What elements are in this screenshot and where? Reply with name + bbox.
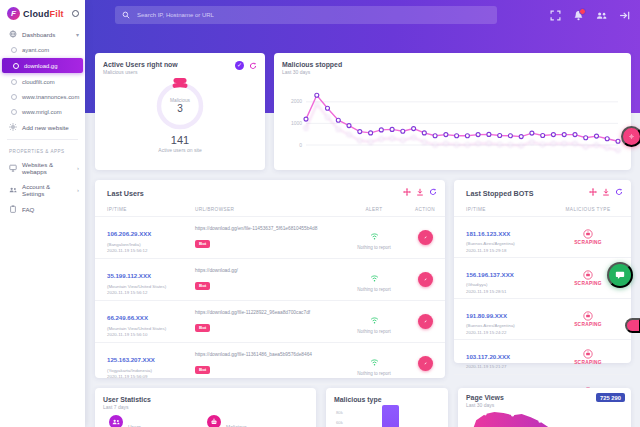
location: (Ghadiyya) [466, 282, 555, 287]
download-icon[interactable] [416, 188, 424, 196]
timestamp: 2020-11-19 15:21:27 [466, 364, 555, 369]
edit-action-button[interactable] [418, 272, 433, 287]
sidebar-toggle-icon[interactable] [72, 10, 79, 17]
url: https://download.gg/file-11361486_baea5b… [195, 352, 343, 357]
ip-link[interactable]: 191.80.99.XXX [466, 312, 507, 319]
last-bots-rows: 181.16.123.XXX(Buenos Aires/Argentina)20… [454, 216, 631, 415]
card-title: Malicious stopped [282, 61, 623, 68]
edit-action-button[interactable] [418, 314, 433, 329]
browser-badge: Bot [195, 282, 210, 290]
sidebar: F CloudFilt Dashboards ▾ ayant.comdownlo… [0, 0, 85, 427]
alert-text: Nothing to report [343, 371, 405, 376]
sidebar-item-label: FAQ [22, 206, 34, 213]
timestamp: 2020-11-19 15:29:18 [466, 248, 555, 253]
location: (Bangalore/India) [107, 242, 195, 247]
svg-text:0: 0 [299, 142, 302, 148]
malicious-stopped-card: Malicious stopped Last 30 days 010002000 [274, 53, 631, 170]
settings-tab-button[interactable] [625, 318, 640, 333]
refresh-icon[interactable] [615, 188, 623, 196]
chat-fab-button[interactable] [607, 262, 633, 288]
ip-link[interactable]: 181.16.123.XXX [466, 230, 510, 237]
malicious-type-card: Malicious type 80k 60k [326, 388, 448, 427]
ip-link[interactable]: 106.206.29.XXX [107, 230, 151, 237]
card-title: Malicious type [334, 396, 440, 403]
browser-badge: Bot [195, 324, 210, 332]
download-icon[interactable] [602, 188, 610, 196]
sidebar-item-label: Add new website [22, 124, 69, 131]
timestamp: 2020-11-19 15:56:12 [107, 290, 195, 295]
sidebar-item-websites-webapps[interactable]: Websites & webapps › [0, 157, 85, 179]
stat-users: Users99% [109, 415, 148, 427]
card-subtitle: Last 7 days [103, 404, 308, 410]
logout-icon[interactable] [619, 10, 630, 21]
donut-center-value: 3 [177, 103, 183, 114]
sidebar-item-label: Dashboards [22, 31, 55, 38]
globe-icon [9, 30, 17, 38]
ip-link[interactable]: 35.199.112.XXX [107, 272, 151, 279]
sidebar-item-ayant.com[interactable]: ayant.com [0, 42, 85, 57]
col-ip-time: IP/TIME [107, 207, 195, 212]
chevron-right-icon: › [77, 165, 79, 171]
sidebar-item-download.gg[interactable]: download.gg [2, 58, 83, 73]
malicious-stopped-plot: 010002000 [280, 79, 625, 163]
refresh-icon[interactable] [249, 62, 257, 70]
search-icon [122, 11, 130, 19]
fullscreen-icon[interactable] [550, 10, 561, 21]
sidebar-item-www.tnannonces.com[interactable]: www.tnannonces.com [0, 89, 85, 104]
table-row: 156.196.137.XXX(Ghadiyya)2020-11-19 15:2… [454, 257, 631, 298]
sidebar-item-www.mrigl.com[interactable]: www.mrigl.com [0, 104, 85, 119]
edit-action-button[interactable] [418, 230, 433, 245]
search-box[interactable] [115, 6, 497, 24]
malicious-type-label: SCRAPING [555, 240, 621, 245]
cloudfilt-logo-icon: F [7, 7, 20, 20]
sidebar-item-label: Websites & webapps [22, 161, 72, 175]
ip-link[interactable]: 66.249.66.XXX [107, 314, 148, 321]
bar-scraping[interactable] [382, 405, 399, 427]
table-row: 66.249.66.XXX(Mountain View/United State… [95, 300, 445, 342]
edit-action-button[interactable] [418, 356, 433, 371]
ip-link[interactable]: 125.163.207.XXX [107, 356, 155, 363]
move-icon[interactable] [403, 188, 411, 196]
table-row: 191.80.99.XXX(Buenos Aires/Argentina)202… [454, 298, 631, 339]
gear-icon [629, 132, 634, 141]
gear-icon [9, 123, 17, 131]
sidebar-item-account-settings[interactable]: Account & Settings › [0, 179, 85, 201]
notifications-bell-icon[interactable] [573, 10, 584, 21]
table-row: 103.117.20.XXX2020-11-19 15:21:27SCRAPIN… [454, 339, 631, 374]
sidebar-item-faq[interactable]: FAQ [0, 201, 85, 217]
site-bullet-icon [11, 47, 17, 53]
scraping-bot-icon [583, 311, 593, 321]
user-statistics-card: User Statistics Last 7 days Users99% Mal… [95, 388, 316, 427]
wifi-icon [370, 232, 379, 240]
active-users-total: 141 [103, 134, 257, 146]
sidebar-item-cloudfilt.com[interactable]: cloudfilt.com [0, 74, 85, 89]
site-bullet-icon [11, 79, 17, 85]
move-icon[interactable] [589, 188, 597, 196]
sidebar-item-dashboards[interactable]: Dashboards ▾ [0, 26, 85, 42]
robot-icon [207, 415, 221, 427]
y-tick-label: 60k [336, 420, 343, 425]
scraping-bot-icon [583, 229, 593, 239]
ip-link[interactable]: 156.196.137.XXX [466, 271, 514, 278]
users-icon [109, 415, 123, 427]
browser-badge: Bot [195, 366, 210, 374]
sidebar-section-label: PROPERTIES & APPS [0, 144, 85, 157]
refresh-icon[interactable] [429, 188, 437, 196]
pencil-icon [424, 360, 427, 367]
sidebar-site-list: ayant.comdownload.ggcloudfilt.comwww.tna… [0, 42, 85, 119]
location: (Buenos Aires/Argentina) [466, 323, 555, 328]
browser-badge: Bot [195, 240, 210, 248]
location: (Mountain View/United States) [107, 326, 195, 331]
location: (Buenos Aires/Argentina) [466, 241, 555, 246]
users-icon[interactable] [596, 10, 607, 21]
scraping-bot-icon [583, 349, 593, 359]
page-views-total-badge: 725 290 [596, 393, 625, 402]
settings-fab-button[interactable] [621, 126, 640, 147]
page-views-plot [458, 402, 631, 427]
scraping-bot-icon [583, 270, 593, 280]
ip-link[interactable]: 103.117.20.XXX [466, 353, 510, 360]
search-input[interactable] [135, 11, 490, 19]
sidebar-item-add-new-website[interactable]: Add new website [0, 119, 85, 135]
svg-text:1000: 1000 [291, 120, 302, 126]
table-header: IP/TIME MALICIOUS TYPE [454, 204, 631, 216]
